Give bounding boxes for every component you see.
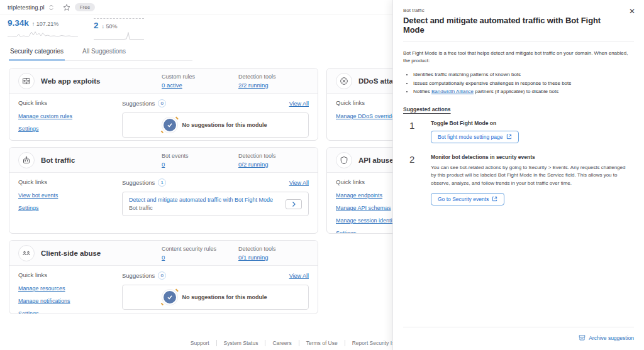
settings-link[interactable]: Settings bbox=[18, 205, 122, 211]
sparkline-chart bbox=[8, 29, 78, 38]
shield-icon bbox=[336, 152, 352, 168]
footer-link-support[interactable]: Support bbox=[184, 340, 216, 346]
stat-label: Detection tools bbox=[238, 74, 309, 80]
footer-link-terms[interactable]: Terms of Use bbox=[299, 340, 345, 346]
empty-suggestions-box: No suggestions for this module bbox=[122, 285, 309, 310]
metric-events: 2 ↓ 50% bbox=[94, 18, 144, 40]
metric-delta: ↓ 50% bbox=[102, 23, 118, 30]
action-description: You can see bot-related actions by going… bbox=[431, 164, 630, 187]
feature-item: Issues computationally expensive challen… bbox=[413, 79, 634, 88]
action-heading: Monitor bot detections in security event… bbox=[431, 154, 630, 160]
empty-suggestions-text: No suggestions for this module bbox=[182, 294, 267, 300]
stat-label: Custom rules bbox=[162, 74, 238, 80]
settings-link[interactable]: Settings bbox=[18, 310, 122, 314]
bandwidth-alliance-link[interactable]: Bandwidth Alliance bbox=[431, 89, 474, 94]
view-all-link[interactable]: View All bbox=[289, 180, 309, 186]
action-step-2: 2 Monitor bot detections in security eve… bbox=[403, 154, 634, 205]
step-number: 1 bbox=[403, 120, 431, 143]
robot-icon bbox=[18, 152, 35, 168]
suggested-actions-heading: Suggested actions bbox=[403, 106, 634, 112]
close-icon[interactable]: ✕ bbox=[629, 8, 635, 15]
suggestions-count-badge: 0 bbox=[158, 271, 166, 280]
panel-intro: Bot Fight Mode is a free tool that helps… bbox=[403, 50, 634, 65]
quick-links-heading: Quick links bbox=[18, 99, 122, 106]
metric-value: 9.34k bbox=[8, 18, 29, 28]
action-step-1: 1 Toggle Bot Fight Mode on Bot fight mod… bbox=[403, 120, 634, 143]
chevron-right-icon bbox=[291, 201, 296, 207]
zone-domain-selector[interactable]: tripletesting.pl bbox=[8, 4, 45, 11]
open-suggestion-button[interactable] bbox=[286, 199, 302, 209]
stat-label: Bot events bbox=[162, 153, 238, 159]
tab-all-suggestions[interactable]: All Suggestions bbox=[81, 48, 127, 61]
bot-fight-mode-setting-page-button[interactable]: Bot fight mode setting page bbox=[431, 131, 519, 143]
detection-tools-link[interactable]: 0/2 running bbox=[238, 161, 309, 168]
panel-footer: Archive suggestion bbox=[403, 327, 634, 344]
ddos-icon bbox=[336, 73, 352, 89]
footer-link-careers[interactable]: Careers bbox=[265, 340, 298, 346]
card-title: API abuse bbox=[358, 156, 394, 164]
panel-category: Bot traffic bbox=[403, 8, 634, 13]
tab-bar: Security categories All Suggestions bbox=[9, 48, 192, 61]
quick-links-heading: Quick links bbox=[18, 178, 122, 185]
tab-security-categories[interactable]: Security categories bbox=[9, 48, 65, 61]
suggestions-heading: Suggestions bbox=[122, 272, 155, 279]
quick-links-heading: Quick links bbox=[18, 271, 122, 278]
firewall-icon bbox=[18, 73, 35, 89]
suggestion-item-bot-fight-mode[interactable]: Detect and mitigate automated traffic wi… bbox=[122, 192, 309, 216]
footer-link-system-status[interactable]: System Status bbox=[216, 340, 265, 346]
metric-total-requests: 9.34k ↑ 107.21% bbox=[8, 18, 94, 40]
stat-label: Detection tools bbox=[238, 153, 309, 159]
feature-item: Identifies traffic matching patterns of … bbox=[413, 70, 634, 79]
security-dashboard: tripletesting.pl Free 9.34k ↑ 107.21% 2 … bbox=[0, 0, 644, 350]
suggestions-heading: Suggestions bbox=[122, 100, 155, 107]
divider bbox=[403, 41, 634, 42]
manage-custom-rules-link[interactable]: Manage custom rules bbox=[18, 113, 122, 119]
suggestions-heading: Suggestions bbox=[122, 179, 155, 186]
panel-title: Detect and mitigate automated traffic wi… bbox=[403, 16, 634, 35]
external-link-icon bbox=[506, 134, 512, 139]
suggestion-detail-panel: ✕ Bot traffic Detect and mitigate automa… bbox=[392, 0, 644, 350]
manage-notifications-link[interactable]: Manage notifications bbox=[18, 298, 122, 304]
manage-resources-link[interactable]: Manage resources bbox=[18, 285, 122, 292]
plan-badge: Free bbox=[75, 3, 95, 11]
check-circle-icon bbox=[164, 119, 176, 131]
suggestion-title: Detect and mitigate automated traffic wi… bbox=[129, 197, 286, 203]
stat-label: Content security rules bbox=[162, 246, 238, 252]
suggestions-count-badge: 1 bbox=[158, 178, 166, 187]
card-header: Bot traffic Bot events 0 Detection tools… bbox=[9, 148, 318, 173]
card-client-side-abuse: Client-side abuse Content security rules… bbox=[9, 240, 318, 314]
view-bot-events-link[interactable]: View bot events bbox=[18, 192, 122, 199]
feature-item: Notifies Bandwidth Alliance partners (if… bbox=[413, 87, 634, 96]
card-header: Client-side abuse Content security rules… bbox=[9, 241, 318, 266]
step-number: 2 bbox=[403, 154, 431, 205]
card-bot-traffic: Bot traffic Bot events 0 Detection tools… bbox=[9, 147, 318, 234]
card-title: Client-side abuse bbox=[41, 249, 101, 257]
bot-events-link[interactable]: 0 bbox=[162, 161, 238, 168]
card-title: Web app exploits bbox=[41, 77, 100, 85]
stat-label: Detection tools bbox=[238, 246, 309, 252]
card-web-app-exploits: Web app exploits Custom rules 0 active D… bbox=[9, 68, 318, 141]
card-title: Bot traffic bbox=[41, 156, 75, 164]
view-all-link[interactable]: View All bbox=[289, 101, 309, 107]
go-to-security-events-button[interactable]: Go to Security events bbox=[431, 193, 504, 205]
suggestion-category: Bot traffic bbox=[129, 205, 286, 211]
detection-tools-link[interactable]: 2/2 running bbox=[238, 82, 309, 89]
external-link-icon bbox=[492, 196, 497, 202]
archive-suggestion-link[interactable]: Archive suggestion bbox=[579, 334, 634, 341]
view-all-link[interactable]: View All bbox=[289, 273, 309, 279]
archive-icon bbox=[579, 334, 586, 341]
suggestions-count-badge: 0 bbox=[158, 99, 166, 107]
chevron-updown-icon[interactable] bbox=[49, 4, 53, 11]
users-network-icon bbox=[18, 245, 35, 261]
settings-link[interactable]: Settings bbox=[18, 126, 122, 132]
empty-suggestions-text: No suggestions for this module bbox=[182, 122, 267, 128]
content-security-rules-link[interactable]: 0 bbox=[162, 254, 238, 261]
favorite-star-icon[interactable] bbox=[63, 4, 70, 11]
sparkline-chart bbox=[94, 31, 144, 40]
action-heading: Toggle Bot Fight Mode on bbox=[431, 120, 630, 126]
feature-list: Identifies traffic matching patterns of … bbox=[413, 70, 634, 96]
detection-tools-link[interactable]: 0/1 running bbox=[238, 254, 309, 261]
check-circle-icon bbox=[164, 291, 176, 304]
custom-rules-link[interactable]: 0 active bbox=[162, 82, 238, 89]
metric-value: 2 bbox=[94, 21, 99, 30]
